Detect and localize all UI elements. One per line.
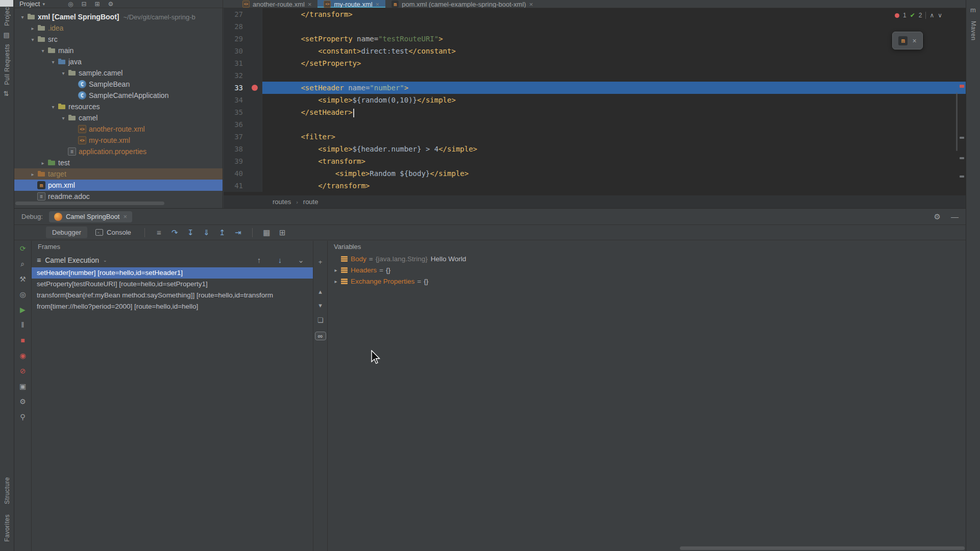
- editor-tab-another-route-xml[interactable]: <>another-route.xml×: [236, 0, 317, 8]
- step-out-icon[interactable]: ↥: [215, 228, 229, 237]
- scroll-up-icon[interactable]: ▴: [315, 286, 326, 297]
- maven-reload-icon[interactable]: m: [898, 36, 908, 45]
- next-issue-icon[interactable]: ∨: [938, 12, 942, 19]
- tool-window-button-pull-requests[interactable]: Pull Requests: [4, 44, 11, 85]
- frame-up-icon[interactable]: ↑: [252, 256, 266, 265]
- tree-item-resources[interactable]: ▾resources: [14, 101, 223, 112]
- maven-reload-popup[interactable]: m ×: [892, 32, 923, 49]
- pin-icon[interactable]: ⚲: [17, 411, 29, 422]
- editor-tab-my-route-xml[interactable]: <>my-route.xml×: [317, 0, 385, 8]
- editor-tab-pom-xml-camel-example-spring-boot-xml[interactable]: mpom.xml (camel-example-spring-boot-xml)…: [385, 0, 539, 8]
- error-stripe-mark[interactable]: [960, 85, 964, 88]
- debug-tab-console[interactable]: >_Console: [89, 227, 137, 238]
- force-step-into-icon[interactable]: ⇓: [200, 228, 213, 237]
- chevron-down-icon[interactable]: ▾: [59, 70, 67, 76]
- code-line-36[interactable]: 36: [224, 118, 966, 131]
- code-line-34[interactable]: 34 <simple>${random(0,10)}</simple>: [224, 94, 966, 106]
- stripe-mark[interactable]: [960, 137, 964, 139]
- tree-item-camel[interactable]: ▾camel: [14, 112, 223, 123]
- evaluate-expression-icon[interactable]: ▦: [260, 228, 274, 237]
- stack-frame[interactable]: transform[bean[ref:myBean method:saySome…: [32, 290, 313, 301]
- frames-menu-icon[interactable]: ⌄: [294, 256, 308, 265]
- code-line-33[interactable]: 33 <setHeader name="number">: [224, 82, 966, 94]
- settings-icon[interactable]: ⚙: [108, 1, 114, 8]
- code-line-32[interactable]: 32: [224, 69, 966, 82]
- stack-frame[interactable]: setHeader[number] [route=hello,id=setHea…: [32, 267, 313, 279]
- wrench-icon[interactable]: ⚒: [17, 273, 29, 285]
- code-line-39[interactable]: 39 <transform>: [224, 155, 966, 167]
- locate-file-icon[interactable]: ◎: [68, 1, 73, 8]
- chevron-down-icon[interactable]: ▾: [39, 48, 47, 54]
- settings-icon[interactable]: ⚙: [934, 212, 941, 221]
- tree-item-sample-camel[interactable]: ▾sample.camel: [14, 67, 223, 79]
- tool-window-button-structure[interactable]: Structure: [4, 477, 11, 504]
- prev-issue-icon[interactable]: ∧: [929, 12, 934, 19]
- chevron-right-icon[interactable]: ▸: [29, 26, 37, 31]
- expand-all-icon[interactable]: ⊞: [95, 1, 100, 8]
- inspections-widget[interactable]: 1 ✔ 2 ∧ ∨: [895, 12, 942, 19]
- settings-icon[interactable]: ⚙: [17, 396, 29, 407]
- add-watch-icon[interactable]: +: [315, 256, 326, 267]
- thread-dump-icon[interactable]: ⊞: [276, 228, 289, 237]
- view-breakpoints-icon[interactable]: ◉: [17, 350, 29, 361]
- code-line-28[interactable]: 28: [224, 20, 966, 33]
- tree-item-test[interactable]: ▸test: [14, 157, 223, 168]
- tab-close-icon[interactable]: ×: [308, 1, 312, 8]
- stack-frame[interactable]: from[timer://hello?period=2000] [route=h…: [32, 301, 313, 312]
- tree-item-main[interactable]: ▾main: [14, 45, 223, 56]
- variable-row-body[interactable]: Body={java.lang.String}Hello World: [328, 253, 966, 264]
- code-line-40[interactable]: 40 <simple>Random ${body}</simple>: [224, 167, 966, 180]
- stripe-mark[interactable]: [960, 176, 964, 178]
- tree-item-xml-camel-springboot[interactable]: ▾xml [Camel SpringBoot]~/Dev/git/camel-s…: [14, 11, 223, 22]
- tree-item-samplecamelapplication[interactable]: CSampleCamelApplication: [14, 90, 223, 101]
- tree-item-java[interactable]: ▾java: [14, 56, 223, 67]
- close-icon[interactable]: ×: [123, 213, 127, 220]
- code-line-29[interactable]: 29 <setProperty name="testRouteURI">: [224, 33, 966, 45]
- code-line-35[interactable]: 35 </setHeader>: [224, 106, 966, 118]
- code-line-30[interactable]: 30 <constant>direct:test</constant>: [224, 45, 966, 57]
- tool-window-button-favorites[interactable]: Favorites: [4, 514, 11, 542]
- stripe-mark[interactable]: [960, 157, 964, 159]
- chevron-down-icon[interactable]: ▾: [42, 2, 45, 7]
- tab-close-icon[interactable]: ×: [376, 1, 380, 8]
- code-line-37[interactable]: 37 <filter>: [224, 131, 966, 143]
- loop-toggle-icon[interactable]: ∞: [315, 332, 326, 340]
- chevron-right-icon[interactable]: ▸: [29, 171, 37, 177]
- tree-item-src[interactable]: ▾src: [14, 34, 223, 45]
- camera-icon[interactable]: ▣: [17, 381, 29, 392]
- copy-icon[interactable]: ❏: [315, 314, 326, 325]
- tree-item-readme-adoc[interactable]: ≡readme.adoc: [14, 191, 223, 202]
- chevron-right-icon[interactable]: ▸: [332, 279, 340, 284]
- horizontal-scrollbar[interactable]: [15, 202, 164, 205]
- mute-breakpoints-icon[interactable]: ⊘: [17, 365, 29, 377]
- chevron-down-icon[interactable]: ▾: [18, 14, 27, 20]
- vertical-scrollbar[interactable]: [956, 92, 958, 151]
- search-icon[interactable]: ⌕: [17, 258, 29, 269]
- close-icon[interactable]: ×: [912, 37, 916, 45]
- thread-selector[interactable]: ≡ Camel Execution ⌄ ↑↓⌄: [32, 253, 313, 267]
- variable-row-exchange-properties[interactable]: ▸Exchange Properties={}: [328, 276, 966, 287]
- collapse-all-icon[interactable]: ⊟: [81, 1, 86, 8]
- code-line-38[interactable]: 38 <simple>${header.number} > 4</simple>: [224, 143, 966, 155]
- chevron-down-icon[interactable]: ▾: [59, 115, 67, 121]
- pause-icon[interactable]: ‖: [17, 319, 29, 331]
- resume-icon[interactable]: ▶: [17, 304, 29, 315]
- maven-tool-icon[interactable]: m: [970, 6, 976, 14]
- bookmark-tool-icon[interactable]: ▤: [4, 31, 11, 39]
- chevron-right-icon[interactable]: ▸: [39, 160, 47, 166]
- chevron-right-icon[interactable]: ▸: [332, 267, 340, 273]
- breadcrumb-item-routes[interactable]: routes: [273, 198, 291, 206]
- hide-window-icon[interactable]: —: [951, 212, 959, 221]
- tree-item-samplebean[interactable]: CSampleBean: [14, 79, 223, 90]
- code-area[interactable]: 27 </transform>2829 <setProperty name="t…: [224, 8, 966, 195]
- tree-item-my-route-xml[interactable]: <>my-route.xml: [14, 135, 223, 146]
- tab-close-icon[interactable]: ×: [529, 1, 533, 8]
- chevron-down-icon[interactable]: ▾: [29, 37, 37, 42]
- tree-item-application-properties[interactable]: ≡application.properties: [14, 146, 223, 157]
- breakpoint-icon[interactable]: [247, 82, 262, 94]
- tree-item-another-route-xml[interactable]: <>another-route.xml: [14, 123, 223, 135]
- watch-icon[interactable]: ◎: [17, 289, 29, 300]
- code-line-31[interactable]: 31 </setProperty>: [224, 57, 966, 69]
- project-view-selector[interactable]: Project: [19, 0, 40, 8]
- tree-item-idea[interactable]: ▸.idea: [14, 22, 223, 34]
